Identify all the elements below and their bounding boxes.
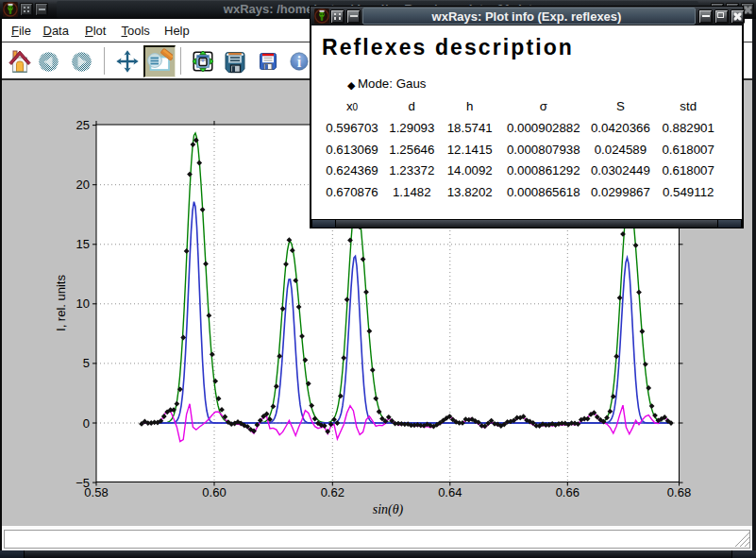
svg-text:sin(θ): sin(θ) bbox=[373, 502, 404, 517]
svg-text:20: 20 bbox=[76, 178, 90, 192]
svg-text:0.64: 0.64 bbox=[438, 485, 462, 499]
svg-text:0.60: 0.60 bbox=[202, 485, 226, 499]
svg-text:I, rel. units: I, rel. units bbox=[54, 275, 68, 331]
svg-text:0: 0 bbox=[83, 416, 90, 431]
svg-text:5: 5 bbox=[83, 356, 90, 370]
svg-text:10: 10 bbox=[76, 296, 90, 311]
svg-text:0.66: 0.66 bbox=[556, 485, 580, 499]
svg-text:0.58: 0.58 bbox=[84, 485, 108, 499]
svg-text:0.68: 0.68 bbox=[667, 485, 691, 499]
svg-text:0.62: 0.62 bbox=[321, 485, 344, 499]
svg-text:15: 15 bbox=[76, 237, 90, 251]
svg-text:25: 25 bbox=[76, 118, 90, 132]
